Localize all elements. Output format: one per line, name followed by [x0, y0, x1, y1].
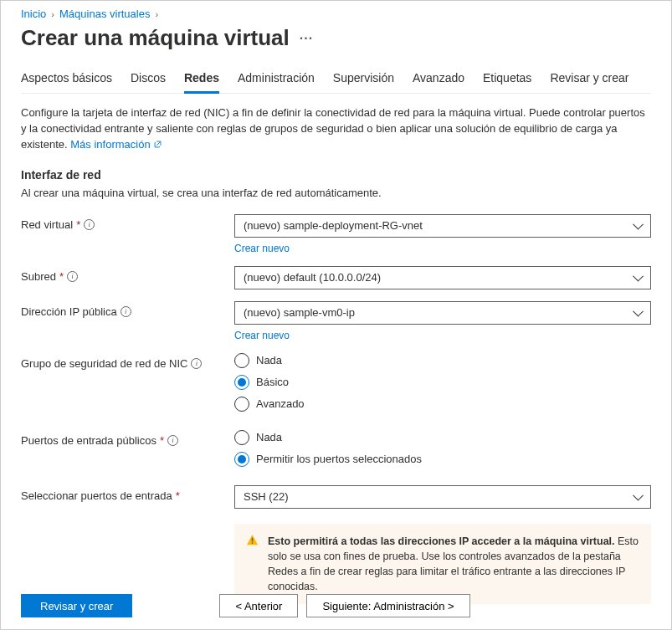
radio-nsg-basic[interactable]: Básico [234, 375, 651, 390]
radio-nsg-advanced-label: Avanzado [256, 397, 305, 410]
intro-text: Configure la tarjeta de interfaz de red … [21, 105, 651, 153]
breadcrumb-vms[interactable]: Máquinas virtuales [59, 8, 150, 20]
row-nsg: Grupo de seguridad de red de NIC i Nada … [21, 353, 651, 412]
row-ports: Seleccionar puertos de entrada * SSH (22… [21, 485, 651, 509]
radio-icon [234, 397, 249, 412]
breadcrumb-home[interactable]: Inicio [21, 8, 46, 20]
tab-tags[interactable]: Etiquetas [483, 66, 531, 94]
label-vnet-text: Red virtual [21, 218, 73, 231]
info-icon[interactable]: i [84, 219, 95, 230]
select-ports-value: SSH (22) [244, 490, 288, 503]
tab-networking[interactable]: Redes [184, 66, 219, 94]
label-pip-text: Dirección IP pública [21, 305, 117, 318]
required-indicator: * [176, 489, 180, 502]
section-heading: Interfaz de red [21, 168, 651, 182]
page-title: Crear una máquina virtual [21, 25, 290, 51]
select-vnet[interactable]: (nuevo) sample-deployment-RG-vnet [234, 214, 651, 238]
radio-nsg-none-label: Nada [256, 354, 282, 366]
select-pip-value: (nuevo) sample-vm0-ip [244, 306, 355, 319]
info-icon[interactable]: i [167, 435, 178, 446]
next-button[interactable]: Siguiente: Administración > [306, 594, 469, 617]
chevron-right-icon: › [51, 9, 54, 19]
svg-rect-1 [252, 542, 254, 544]
learn-more-label: Más información [70, 138, 150, 151]
create-vnet-link[interactable]: Crear nuevo [234, 243, 290, 254]
row-inbound: Puertos de entrada públicos * i Nada Per… [21, 430, 651, 467]
warning-icon [246, 534, 259, 551]
label-vnet: Red virtual * i [21, 214, 234, 231]
select-pip[interactable]: (nuevo) sample-vm0-ip [234, 301, 651, 325]
label-ports-text: Seleccionar puertos de entrada [21, 489, 172, 502]
radio-group-inbound: Nada Permitir los puertos seleccionados [234, 430, 651, 467]
create-pip-link[interactable]: Crear nuevo [234, 330, 290, 341]
radio-inbound-allow[interactable]: Permitir los puertos seleccionados [234, 452, 651, 467]
label-subnet: Subred * i [21, 266, 234, 283]
warning-bold: Esto permitirá a todas las direcciones I… [268, 535, 615, 547]
radio-icon [234, 430, 249, 445]
tab-basics[interactable]: Aspectos básicos [21, 66, 112, 94]
required-indicator: * [160, 434, 164, 447]
label-pip: Dirección IP pública i [21, 301, 234, 318]
required-indicator: * [76, 218, 80, 231]
radio-nsg-basic-label: Básico [256, 376, 289, 388]
select-vnet-value: (nuevo) sample-deployment-RG-vnet [244, 219, 423, 232]
tab-advanced[interactable]: Avanzado [413, 66, 464, 94]
radio-icon [234, 375, 249, 390]
radio-nsg-advanced[interactable]: Avanzado [234, 397, 651, 412]
breadcrumb: Inicio › Máquinas virtuales › [21, 8, 651, 20]
label-inbound: Puertos de entrada públicos * i [21, 430, 234, 447]
info-icon[interactable]: i [67, 271, 78, 282]
external-link-icon [153, 138, 162, 151]
tabs: Aspectos básicos Discos Redes Administra… [21, 66, 651, 94]
radio-nsg-none[interactable]: Nada [234, 353, 651, 368]
tab-review[interactable]: Revisar y crear [550, 66, 628, 94]
required-indicator: * [59, 270, 64, 283]
label-inbound-text: Puertos de entrada públicos [21, 434, 156, 447]
more-icon[interactable]: ··· [300, 31, 313, 46]
section-subtext: Al crear una máquina virtual, se crea un… [21, 187, 651, 199]
radio-inbound-none[interactable]: Nada [234, 430, 651, 445]
tab-disks[interactable]: Discos [131, 66, 166, 94]
select-subnet[interactable]: (nuevo) default (10.0.0.0/24) [234, 266, 651, 289]
previous-button[interactable]: < Anterior [219, 594, 298, 617]
select-subnet-value: (nuevo) default (10.0.0.0/24) [244, 271, 381, 284]
radio-icon [234, 353, 249, 368]
label-subnet-text: Subred [21, 270, 56, 283]
warning-box: Esto permitirá a todas las direcciones I… [234, 524, 651, 605]
row-pip: Dirección IP pública i (nuevo) sample-vm… [21, 301, 651, 325]
info-icon[interactable]: i [121, 306, 131, 317]
row-subnet: Subred * i (nuevo) default (10.0.0.0/24) [21, 266, 651, 289]
radio-inbound-none-label: Nada [256, 431, 282, 443]
label-nsg-text: Grupo de seguridad de red de NIC [21, 357, 187, 370]
select-ports[interactable]: SSH (22) [234, 485, 651, 509]
chevron-right-icon: › [155, 9, 158, 19]
label-nsg: Grupo de seguridad de red de NIC i [21, 353, 234, 370]
radio-icon [234, 452, 249, 467]
tab-management[interactable]: Administración [238, 66, 315, 94]
review-create-button[interactable]: Revisar y crear [21, 594, 132, 617]
info-icon[interactable]: i [191, 358, 202, 369]
learn-more-link[interactable]: Más información [70, 138, 162, 151]
tab-monitoring[interactable]: Supervisión [333, 66, 394, 94]
footer: Revisar y crear < Anterior Siguiente: Ad… [21, 594, 651, 617]
label-ports: Seleccionar puertos de entrada * [21, 485, 234, 502]
row-vnet: Red virtual * i (nuevo) sample-deploymen… [21, 214, 651, 238]
radio-group-nsg: Nada Básico Avanzado [234, 353, 651, 412]
radio-inbound-allow-label: Permitir los puertos seleccionados [256, 453, 422, 465]
page-title-row: Crear una máquina virtual ··· [21, 25, 651, 51]
svg-rect-0 [252, 537, 254, 541]
